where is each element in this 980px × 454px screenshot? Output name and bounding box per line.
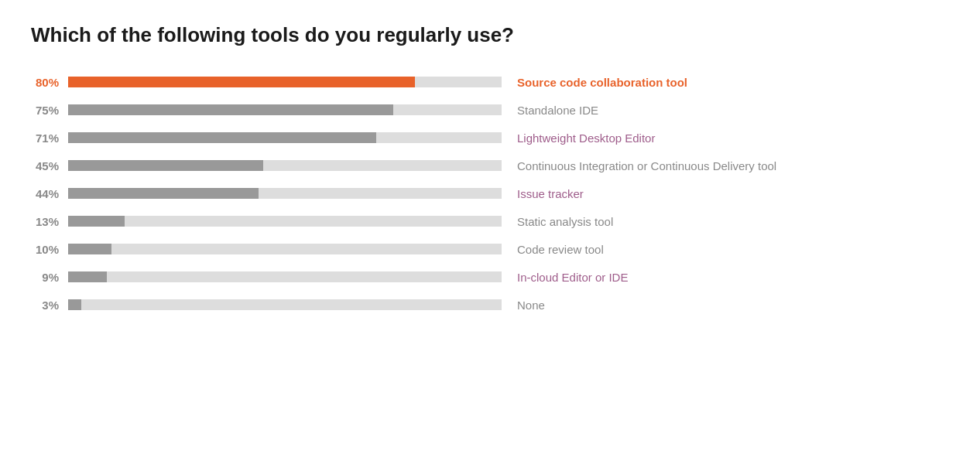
tool-label: Source code collaboration tool: [517, 76, 687, 89]
pct-label: 9%: [31, 271, 68, 284]
tool-label: None: [517, 299, 545, 312]
tool-label: Standalone IDE: [517, 104, 598, 117]
bar-fill: [68, 216, 125, 227]
bar-track: [68, 104, 502, 115]
bar-row: 75%Standalone IDE: [31, 98, 949, 121]
bar-row: 3%None: [31, 293, 949, 316]
bar-fill: [68, 271, 107, 282]
pct-label: 45%: [31, 159, 68, 172]
bar-track: [68, 299, 502, 310]
bar-track: [68, 160, 502, 171]
pct-label: 80%: [31, 76, 68, 89]
pct-label: 44%: [31, 187, 68, 200]
tool-label: Issue tracker: [517, 187, 584, 200]
bar-track: [68, 244, 502, 254]
bar-fill: [68, 188, 259, 199]
tool-label: Code review tool: [517, 243, 604, 256]
tool-label: In-cloud Editor or IDE: [517, 271, 628, 284]
bar-fill: [68, 299, 81, 310]
bar-fill: [68, 104, 393, 115]
bar-track: [68, 132, 502, 143]
bar-fill: [68, 132, 376, 143]
bar-fill: [68, 77, 415, 87]
pct-label: 13%: [31, 215, 68, 228]
bar-row: 71%Lightweight Desktop Editor: [31, 126, 949, 149]
bar-row: 45%Continuous Integration or Continuous …: [31, 154, 949, 177]
tool-label: Lightweight Desktop Editor: [517, 131, 655, 145]
bar-track: [68, 77, 502, 87]
bar-track: [68, 188, 502, 199]
pct-label: 71%: [31, 131, 68, 145]
pct-label: 3%: [31, 299, 68, 312]
bar-row: 13%Static analysis tool: [31, 210, 949, 233]
bar-fill: [68, 160, 263, 171]
bar-track: [68, 216, 502, 227]
bar-row: 9%In-cloud Editor or IDE: [31, 265, 949, 288]
chart-title: Which of the following tools do you regu…: [31, 23, 949, 47]
bar-row: 80%Source code collaboration tool: [31, 70, 949, 94]
bar-row: 10%Code review tool: [31, 237, 949, 261]
bar-chart: 80%Source code collaboration tool75%Stan…: [31, 70, 949, 321]
bar-row: 44%Issue tracker: [31, 182, 949, 205]
tool-label: Continuous Integration or Continuous Del…: [517, 159, 776, 172]
pct-label: 10%: [31, 243, 68, 256]
pct-label: 75%: [31, 104, 68, 117]
bar-fill: [68, 244, 111, 254]
tool-label: Static analysis tool: [517, 215, 613, 228]
bar-track: [68, 271, 502, 282]
